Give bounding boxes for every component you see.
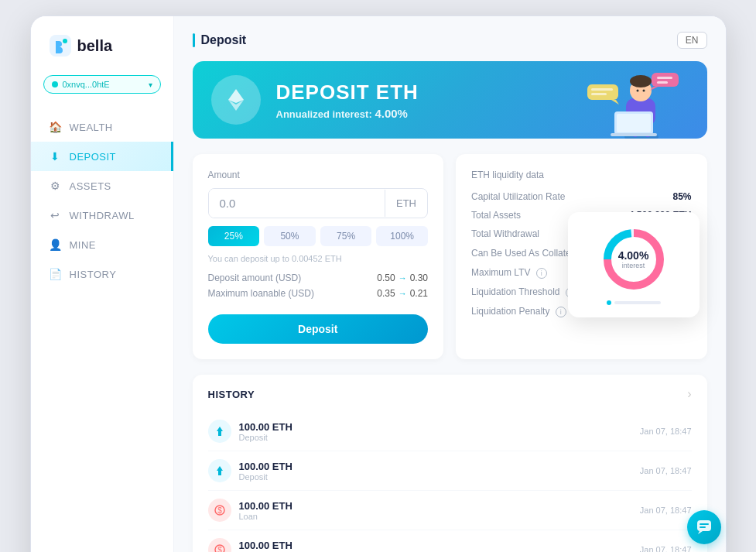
deposit-button[interactable]: Deposit (208, 314, 429, 344)
sidebar-logo: bella (31, 35, 173, 75)
wallet-badge[interactable]: 0xnvq...0htE ▾ (43, 75, 161, 94)
history-type-2: Deposit (239, 472, 640, 482)
arrow-right-icon: → (399, 273, 407, 283)
deposit-arrow-icon (214, 425, 226, 437)
sidebar-item-wealth[interactable]: 🏠 WEALTH (31, 112, 173, 142)
language-button[interactable]: EN (677, 32, 707, 49)
history-amount-val-4: 100.00 ETH (239, 540, 640, 551)
loan-icon: $ (214, 504, 226, 516)
svg-point-13 (636, 90, 638, 92)
liq-threshold-label: Liquidation Threshold i (471, 286, 576, 298)
svg-marker-2 (228, 89, 244, 103)
svg-marker-35 (698, 531, 703, 534)
sidebar-item-mine-label: MINE (70, 239, 97, 251)
svg-rect-37 (700, 526, 706, 528)
svg-rect-34 (697, 520, 711, 531)
sidebar-item-history[interactable]: 📄 HISTORY (31, 259, 173, 289)
pct-50-button[interactable]: 50% (264, 226, 316, 246)
liq-assets-label: Total Assets (471, 210, 521, 221)
svg-text:$: $ (217, 506, 222, 515)
svg-text:$: $ (217, 546, 222, 552)
wealth-icon: 🏠 (50, 121, 62, 133)
history-date-1: Jan 07, 18:47 (640, 427, 692, 436)
pct-75-button[interactable]: 75% (320, 226, 372, 246)
history-item-2: 100.00 ETH Deposit Jan 07, 18:47 (208, 451, 692, 491)
chat-button[interactable] (687, 510, 721, 544)
wallet-address: 0xnvq...0htE (63, 80, 144, 89)
liq-utilization-value: 85% (672, 191, 691, 202)
amount-unit: ETH (385, 190, 427, 217)
pct-25-button[interactable]: 25% (208, 226, 260, 246)
app-logo-text: bella (77, 37, 113, 55)
sidebar-item-wealth-label: WEALTH (70, 122, 113, 133)
history-amount-1: 100.00 ETH Deposit (239, 421, 640, 442)
wallet-chevron-icon: ▾ (149, 81, 152, 89)
history-icon-deposit-1 (208, 420, 231, 443)
amount-input[interactable] (209, 189, 385, 218)
history-date-4: Jan 07, 18:47 (640, 545, 692, 552)
liq-utilization-label: Capital Utilization Rate (471, 191, 565, 202)
penalty-info-icon[interactable]: i (556, 307, 566, 317)
history-date-3: Jan 07, 18:47 (640, 506, 692, 515)
eth-logo-icon (222, 86, 250, 114)
sidebar-item-withdrawl[interactable]: ↩ WITHDRAWL (31, 201, 173, 230)
history-amount-2: 100.00 ETH Deposit (239, 461, 640, 482)
svg-rect-18 (657, 81, 668, 84)
history-amount-val-1: 100.00 ETH (239, 421, 640, 433)
liquidity-title: ETH liquidity data (471, 170, 692, 180)
ltv-info-icon[interactable]: i (536, 268, 547, 279)
max-loanable-value: 0.35 → 0.21 (377, 288, 428, 299)
liq-withdrawal-label: Total Withdrawal (471, 228, 539, 239)
legend-dot-blue (607, 300, 611, 305)
svg-rect-15 (652, 73, 679, 87)
history-icon-loan-2: $ (208, 538, 231, 552)
svg-rect-36 (700, 523, 709, 525)
svg-rect-19 (587, 84, 618, 100)
pct-100-button[interactable]: 100% (376, 226, 428, 246)
sidebar-item-withdrawl-label: WITHDRAWL (70, 210, 135, 221)
percentage-buttons: 25% 50% 75% 100% (208, 226, 429, 246)
liq-utilization-row: Capital Utilization Rate 85% (471, 191, 692, 202)
sidebar-item-mine[interactable]: 👤 MINE (31, 230, 173, 259)
legend-bar (614, 301, 661, 304)
svg-marker-27 (217, 466, 223, 475)
history-amount-val-3: 100.00 ETH (239, 500, 640, 512)
deposit-amount-label: Deposit amount (USD) (208, 273, 302, 283)
hero-person-svg (583, 69, 684, 139)
wallet-status-dot (52, 81, 58, 87)
hero-title: DEPOSIT ETH (276, 81, 419, 105)
hero-text: DEPOSIT ETH Annualized interest: 4.00% (276, 81, 419, 120)
donut-center: 4.00% interest (618, 249, 649, 269)
assets-icon: ⚙ (50, 180, 62, 192)
liq-collateral-label: Can Be Used As Collateral (471, 248, 581, 259)
deposit-form-card: Amount ETH 25% 50% 75% 100% You can depo… (193, 154, 444, 359)
svg-rect-9 (617, 114, 651, 132)
page-title-bar: Deposit (193, 33, 247, 47)
history-item: 100.00 ETH Deposit Jan 07, 18:47 (208, 412, 692, 451)
svg-rect-17 (657, 77, 672, 79)
loan-icon-2: $ (214, 543, 226, 552)
history-more-button[interactable]: › (687, 387, 691, 401)
history-amount-3: 100.00 ETH Loan (239, 500, 640, 521)
page-title: Deposit (201, 33, 247, 47)
history-header: HISTORY › (208, 387, 692, 401)
liquidity-card: ETH liquidity data Capital Utilization R… (456, 154, 707, 359)
amount-input-row: ETH (208, 188, 429, 218)
svg-point-1 (63, 39, 67, 43)
max-loanable-row: Maximum loanable (USD) 0.35 → 0.21 (208, 288, 429, 299)
sidebar-item-deposit[interactable]: ⬇ DEPOSIT (31, 142, 173, 171)
max-loanable-label: Maximum loanable (USD) (208, 288, 314, 299)
sidebar-item-history-label: HISTORY (70, 269, 117, 280)
history-item-3: $ 100.00 ETH Loan Jan 07, 18:47 (208, 491, 692, 530)
withdrawl-icon: ↩ (50, 209, 62, 221)
sidebar-item-assets[interactable]: ⚙ ASSETS (31, 171, 173, 201)
history-date-2: Jan 07, 18:47 (640, 466, 692, 475)
history-title: HISTORY (208, 389, 255, 400)
svg-rect-10 (611, 133, 657, 136)
donut-chart: 4.00% interest (599, 225, 669, 294)
liq-ltv-label: Maximum LTV i (471, 267, 547, 279)
history-icon-loan-1: $ (208, 499, 231, 522)
deposit-icon: ⬇ (50, 150, 62, 163)
svg-marker-26 (217, 427, 223, 436)
app-container: bella 0xnvq...0htE ▾ 🏠 WEALTH ⬇ DEPOSIT … (30, 15, 727, 552)
